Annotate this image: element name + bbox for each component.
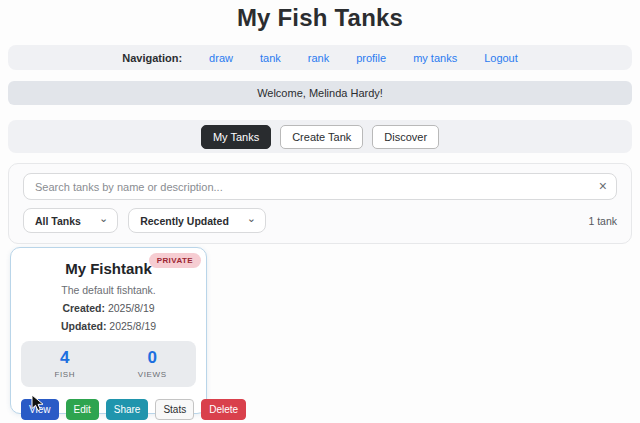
views-stat: 0 VIEWS [109,348,197,379]
created-value: 2025/8/19 [108,302,155,314]
tank-card: PRIVATE My Fishtank The default fishtank… [10,247,207,414]
tank-type-select[interactable]: All Tanks ⌄ [23,208,118,233]
card-actions: View Edit Share Stats Delete [21,399,196,420]
chevron-down-icon: ⌄ [247,212,256,225]
tank-count: 1 tank [588,215,617,227]
nav-link-draw[interactable]: draw [209,52,233,64]
page-title: My Fish Tanks [0,0,640,32]
nav-link-tank[interactable]: tank [260,52,281,64]
tank-card-description: The default fishtank. [21,284,196,296]
created-label: Created: [62,302,105,314]
sort-select[interactable]: Recently Updated ⌄ [128,208,266,233]
filters-panel: × All Tanks ⌄ Recently Updated ⌄ 1 tank [8,163,632,244]
stats-box: 4 FISH 0 VIEWS [21,341,196,387]
nav-link-rank[interactable]: rank [308,52,329,64]
nav-link-logout[interactable]: Logout [484,52,518,64]
filter-row: All Tanks ⌄ Recently Updated ⌄ 1 tank [23,208,617,233]
fish-label: FISH [21,370,109,379]
delete-button[interactable]: Delete [201,399,246,420]
stats-button[interactable]: Stats [155,399,194,420]
search-input[interactable] [23,173,617,200]
app-root: My Fish Tanks Navigation: draw tank rank… [0,0,640,423]
fish-count: 4 [21,348,109,368]
tank-type-select-value: All Tanks [35,215,81,227]
sort-select-value: Recently Updated [140,215,229,227]
tab-my-tanks[interactable]: My Tanks [201,125,271,149]
chevron-down-icon: ⌄ [99,212,108,225]
views-label: VIEWS [109,370,197,379]
updated-value: 2025/8/19 [109,320,156,332]
search-wrap: × [23,173,617,200]
nav-link-profile[interactable]: profile [356,52,386,64]
navigation-bar: Navigation: draw tank rank profile my ta… [8,45,632,70]
updated-date-row: Updated: 2025/8/19 [21,320,196,332]
views-count: 0 [109,348,197,368]
share-button[interactable]: Share [106,399,149,420]
welcome-message: Welcome, Melinda Hardy! [257,87,383,99]
tab-create-tank[interactable]: Create Tank [280,125,363,149]
privacy-badge: PRIVATE [149,253,201,268]
clear-search-icon[interactable]: × [599,179,607,193]
fish-stat: 4 FISH [21,348,109,379]
tabs-bar: My Tanks Create Tank Discover [8,120,632,153]
nav-link-my-tanks[interactable]: my tanks [413,52,457,64]
tab-discover[interactable]: Discover [372,125,439,149]
navigation-label: Navigation: [122,52,182,64]
created-date-row: Created: 2025/8/19 [21,302,196,314]
view-button[interactable]: View [21,399,59,420]
updated-label: Updated: [61,320,107,332]
welcome-banner: Welcome, Melinda Hardy! [8,81,632,105]
edit-button[interactable]: Edit [66,399,99,420]
